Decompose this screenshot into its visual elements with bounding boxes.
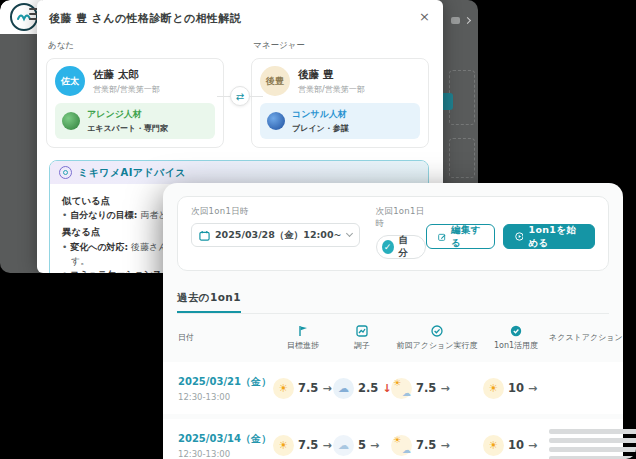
datetime-value: 2025/03/28（金）12:00~	[215, 229, 342, 242]
metric-cell: ☀10→	[483, 378, 549, 399]
type-desc: エキスパート・専門家	[87, 123, 168, 134]
history-section-header: 過去の1on1	[177, 286, 609, 314]
type-character-icon	[62, 112, 80, 130]
calendar-icon	[199, 230, 210, 241]
trend-flat-icon: →	[322, 439, 331, 452]
type-desc: ブレイン・参謀	[292, 123, 349, 134]
person-department: 営業部/営業第一部	[93, 84, 160, 95]
goal-progress-icon	[297, 324, 309, 337]
session-date: 2025/03/14（金）12:30-13:00	[178, 432, 273, 459]
column-header: 調子	[333, 324, 391, 351]
person-name: 後藤 豊	[298, 68, 365, 82]
column-header: 1on1活用度	[483, 324, 549, 351]
metric-score: 5	[358, 438, 366, 452]
metric-cell: ☀☁7.5→	[391, 378, 483, 399]
metric-score: 10	[508, 438, 524, 452]
you-section: あなた 佐太 佐藤 太郎 営業部/営業第一部 アレンジ人	[46, 26, 224, 148]
action-execution-icon	[431, 324, 443, 337]
ai-advice-title: ミキワメAIアドバイス	[78, 166, 186, 180]
type-label: コンサル人材	[292, 108, 349, 121]
history-heading: 過去の1on1	[177, 291, 241, 313]
owner-group: 次回1on1日時 ✓ 自分	[376, 206, 426, 259]
chevron-down-icon	[345, 230, 352, 237]
history-row[interactable]: 2025/03/21（金）12:30-13:00☀7.5→☁2.5↓☀☁7.5→…	[163, 362, 623, 414]
swap-arrows-icon: ⇄	[230, 86, 250, 106]
owner-value: 自分	[399, 234, 415, 260]
owner-label: 次回1on1日時	[376, 206, 426, 230]
column-header: 目標進捗	[273, 324, 333, 351]
metric-score: 10	[508, 381, 524, 395]
weather-sunny-icon: ☀	[273, 378, 294, 399]
edit-button[interactable]: 編集する	[426, 224, 495, 249]
next-action-cell	[549, 425, 636, 459]
weather-partly-icon: ☀☁	[391, 435, 412, 456]
column-header: 日付	[178, 332, 273, 343]
utilization-icon	[510, 324, 522, 337]
compatibility-compare: あなた 佐太 佐藤 太郎 営業部/営業第一部 アレンジ人	[37, 26, 443, 148]
column-header: ネクストアクション	[549, 332, 623, 343]
type-character-icon	[267, 112, 285, 130]
personality-type-panel: アレンジ人材 エキスパート・専門家	[55, 103, 215, 139]
metric-score: 7.5	[298, 438, 318, 452]
datetime-input[interactable]: 2025/03/28（金）12:00~	[191, 223, 360, 247]
weather-sunny-icon: ☀	[483, 378, 504, 399]
next-datetime-label: 次回1on1日時	[191, 206, 360, 218]
trend-flat-icon: →	[528, 439, 537, 452]
screenshot-canvas: 後藤 豊 さんの性格診断との相性解説 × あなた 佐太 佐藤 太郎 営業部/営業…	[0, 0, 636, 459]
weather-cloudy-icon: ☁	[333, 435, 354, 456]
trend-flat-icon: →	[322, 382, 331, 395]
metric-cell: ☀☁7.5→	[391, 435, 483, 456]
metric-score: 2.5	[358, 381, 378, 395]
owner-toggle[interactable]: ✓ 自分	[376, 235, 426, 259]
trend-flat-icon: →	[440, 382, 449, 395]
check-icon: ✓	[382, 240, 394, 254]
avatar: 佐太	[55, 66, 85, 96]
person-department: 営業部/営業第一部	[298, 84, 365, 95]
person-name: 佐藤 太郎	[93, 68, 160, 82]
manager-card: 後豊 後藤 豊 営業部/営業第一部 コンサル人材 ブレイン・参謀	[251, 58, 429, 148]
oneonone-card: 次回1on1日時 2025/03/28（金）12:00~ 次回1on1日時 ✓ …	[163, 183, 623, 459]
next-oneonone-panel: 次回1on1日時 2025/03/28（金）12:00~ 次回1on1日時 ✓ …	[177, 196, 609, 271]
you-label: あなた	[48, 40, 224, 52]
next-datetime-group: 次回1on1日時 2025/03/28（金）12:00~	[191, 206, 360, 247]
manager-label: マネージャー	[253, 40, 429, 52]
personality-type-panel: コンサル人材 ブレイン・参謀	[260, 103, 420, 139]
trend-flat-icon: →	[440, 439, 449, 452]
type-label: アレンジ人材	[87, 108, 168, 121]
history-row[interactable]: 2025/03/14（金）12:30-13:00☀7.5→☁5→☀☁7.5→☀1…	[163, 419, 623, 459]
metric-score: 7.5	[416, 438, 436, 452]
history-table-body: 2025/03/21（金）12:30-13:00☀7.5→☁2.5↓☀☁7.5→…	[163, 362, 623, 459]
dimmed-button-fragment	[443, 93, 453, 110]
weather-rainy-icon: ☁	[333, 378, 354, 399]
you-card: 佐太 佐藤 太郎 営業部/営業第一部 アレンジ人材 エキスパート・専門家	[46, 58, 224, 148]
column-header: 前回アクション実行度	[391, 324, 483, 351]
ai-advice-icon	[59, 166, 72, 179]
manager-section: マネージャー 後豊 後藤 豊 営業部/営業第一部 コンサ	[251, 26, 429, 148]
start-icon	[515, 231, 524, 242]
relation-connector: ⇄	[217, 86, 263, 106]
metric-cell: ☀10→	[483, 435, 549, 456]
start-oneonone-button[interactable]: 1on1を始める	[503, 224, 595, 249]
metric-cell: ☀7.5→	[273, 435, 333, 456]
condition-icon	[356, 324, 368, 337]
close-icon[interactable]: ×	[419, 11, 430, 22]
trend-flat-icon: →	[528, 382, 537, 395]
edit-icon	[438, 232, 446, 242]
trend-flat-icon: →	[370, 439, 379, 452]
weather-sunny-icon: ☀	[483, 435, 504, 456]
weather-partly-icon: ☀☁	[391, 378, 412, 399]
metric-cell: ☀7.5→	[273, 378, 333, 399]
metric-score: 7.5	[298, 381, 318, 395]
weather-sunny-icon: ☀	[273, 435, 294, 456]
metric-score: 7.5	[416, 381, 436, 395]
session-date: 2025/03/21（金）12:30-13:00	[178, 375, 273, 402]
avatar: 後豊	[260, 66, 290, 96]
metric-cell: ☁2.5↓	[333, 378, 391, 399]
modal-title: 後藤 豊 さんの性格診断との相性解説	[49, 11, 241, 26]
metric-cell: ☁5→	[333, 435, 391, 456]
history-table-header: 日付目標進捗調子前回アクション実行度1on1活用度ネクストアクション	[163, 314, 623, 357]
